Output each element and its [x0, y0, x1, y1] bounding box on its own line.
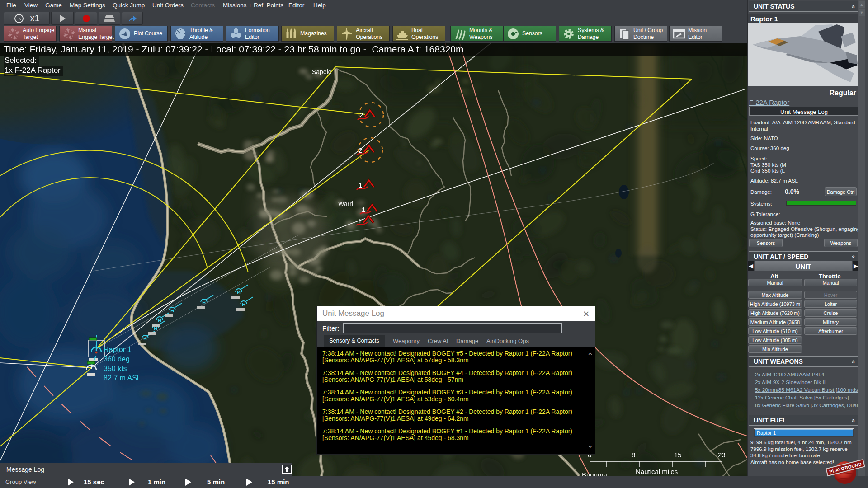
svg-text:82.7 m ASL: 82.7 m ASL — [104, 374, 141, 382]
svg-text:2: 2 — [359, 146, 362, 154]
svg-text:1: 1 — [359, 181, 362, 189]
svg-text:350 kts: 350 kts — [104, 365, 127, 372]
svg-text:Nautical miles: Nautical miles — [636, 468, 678, 475]
svg-text:Warri: Warri — [338, 200, 353, 207]
svg-text:1: 1 — [358, 217, 362, 225]
svg-text:1: 1 — [362, 206, 365, 213]
svg-text:Raptor 1: Raptor 1 — [104, 346, 131, 353]
svg-text:2: 2 — [359, 111, 363, 119]
svg-text:23: 23 — [718, 451, 726, 459]
svg-text:360 deg: 360 deg — [104, 355, 130, 363]
svg-text:8: 8 — [632, 451, 635, 459]
svg-text:Sapele: Sapele — [312, 68, 332, 75]
svg-text:15: 15 — [674, 451, 682, 459]
